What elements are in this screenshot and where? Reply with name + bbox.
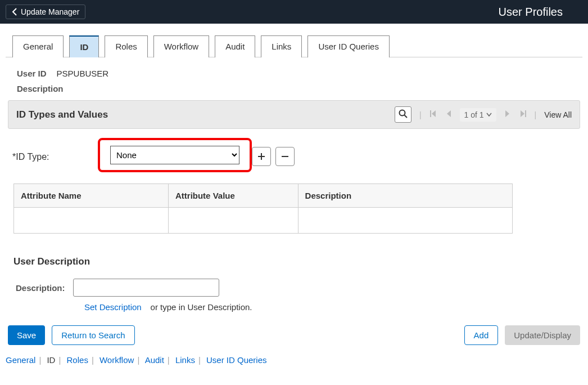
page-selector[interactable]: 1 of 1 bbox=[460, 108, 496, 122]
next-row-button[interactable] bbox=[504, 110, 511, 119]
footer-link-audit[interactable]: Audit bbox=[145, 355, 164, 365]
page-title: User Profiles bbox=[499, 6, 563, 19]
last-row-button[interactable] bbox=[519, 110, 527, 119]
first-icon bbox=[429, 110, 437, 118]
last-icon bbox=[519, 110, 527, 118]
column-header-attribute-value: Attribute Value bbox=[168, 184, 298, 208]
page-text: 1 of 1 bbox=[464, 110, 484, 119]
prev-row-button[interactable] bbox=[445, 110, 452, 119]
cell-attribute-name bbox=[14, 208, 169, 234]
tab-roles[interactable]: Roles bbox=[105, 35, 147, 57]
back-button[interactable]: Update Manager bbox=[6, 5, 85, 19]
prev-icon bbox=[445, 110, 452, 118]
highlight-annotation: None bbox=[98, 138, 252, 172]
separator: | bbox=[535, 110, 537, 119]
description-input[interactable] bbox=[73, 279, 219, 297]
separator: | bbox=[419, 110, 422, 119]
tab-workflow[interactable]: Workflow bbox=[153, 35, 209, 57]
back-label: Update Manager bbox=[21, 7, 79, 16]
first-row-button[interactable] bbox=[429, 110, 437, 119]
delete-row-button[interactable] bbox=[275, 147, 295, 166]
top-bar: Update Manager User Profiles bbox=[0, 0, 588, 24]
add-row-button[interactable] bbox=[252, 147, 271, 166]
tab-strip: General ID Roles Workflow Audit Links Us… bbox=[6, 35, 582, 57]
column-header-description: Description bbox=[298, 184, 512, 208]
scroll-header: ID Types and Values | 1 of 1 | bbox=[8, 100, 580, 129]
footer-link-roles[interactable]: Roles bbox=[67, 355, 88, 365]
update-display-button[interactable]: Update/Display bbox=[505, 325, 580, 345]
return-to-search-button[interactable]: Return to Search bbox=[52, 325, 134, 345]
cell-attribute-value bbox=[168, 208, 298, 234]
find-button[interactable] bbox=[395, 106, 411, 123]
or-type-text: or type in User Description. bbox=[151, 302, 252, 312]
search-icon bbox=[399, 109, 408, 118]
view-all-link[interactable]: View All bbox=[544, 110, 572, 119]
footer-link-workflow[interactable]: Workflow bbox=[99, 355, 134, 365]
column-header-attribute-name: Attribute Name bbox=[14, 184, 169, 208]
attribute-table: Attribute Name Attribute Value Descripti… bbox=[13, 183, 513, 234]
footer-links: General| ID| Roles| Workflow| Audit| Lin… bbox=[6, 355, 580, 365]
user-id-value: PSPUBUSER bbox=[57, 69, 109, 78]
next-icon bbox=[504, 110, 511, 118]
chevron-left-icon bbox=[12, 8, 17, 16]
table-row bbox=[14, 208, 513, 234]
tab-userid-queries[interactable]: User ID Queries bbox=[307, 35, 390, 57]
footer-link-general[interactable]: General bbox=[6, 355, 35, 365]
svg-point-0 bbox=[399, 110, 405, 116]
tab-audit[interactable]: Audit bbox=[215, 35, 255, 57]
description-field-label: Description: bbox=[16, 283, 65, 293]
tab-id[interactable]: ID bbox=[69, 35, 99, 57]
cell-description bbox=[298, 208, 512, 234]
user-description-heading: User Description bbox=[13, 256, 582, 267]
footer-link-links[interactable]: Links bbox=[175, 355, 195, 365]
plus-icon bbox=[257, 152, 266, 161]
description-label: Description bbox=[6, 84, 582, 93]
id-type-select[interactable]: None bbox=[110, 146, 239, 164]
add-button[interactable]: Add bbox=[464, 325, 499, 345]
chevron-down-icon bbox=[486, 113, 492, 117]
tab-general[interactable]: General bbox=[12, 35, 64, 57]
minus-icon bbox=[281, 152, 290, 161]
user-id-label: User ID bbox=[17, 69, 47, 78]
id-type-label: *ID Type: bbox=[12, 152, 49, 162]
set-description-link[interactable]: Set Description bbox=[84, 302, 142, 312]
save-button[interactable]: Save bbox=[8, 325, 45, 345]
scroll-header-title: ID Types and Values bbox=[16, 109, 108, 120]
tab-links[interactable]: Links bbox=[261, 35, 302, 57]
footer-link-userid-queries[interactable]: User ID Queries bbox=[206, 355, 267, 365]
footer-link-id: ID bbox=[47, 355, 55, 365]
svg-line-1 bbox=[404, 115, 407, 118]
